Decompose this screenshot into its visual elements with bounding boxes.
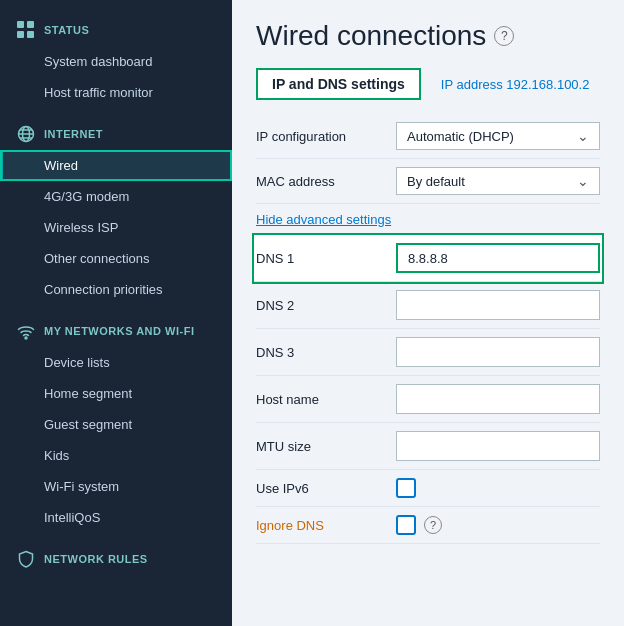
dns1-label: DNS 1 [256,251,396,266]
network-rules-section-label: NETWORK RULES [44,553,148,565]
ignore-dns-row: Ignore DNS ? [256,507,600,544]
sidebar: STATUS System dashboard Host traffic mon… [0,0,232,626]
ignore-dns-checkbox[interactable] [396,515,416,535]
dns3-label: DNS 3 [256,345,396,360]
host-name-row: Host name [256,376,600,423]
svg-rect-0 [17,21,24,28]
dns2-label: DNS 2 [256,298,396,313]
ip-address-display: IP address 192.168.100.2 [441,77,590,92]
dns1-input[interactable] [396,243,600,273]
sidebar-section-network-rules: NETWORK RULES [0,539,232,575]
mtu-size-label: MTU size [256,439,396,454]
sidebar-item-host-traffic-monitor[interactable]: Host traffic monitor [0,77,232,108]
shield-icon [16,549,36,569]
my-networks-section-label: MY NETWORKS AND WI-FI [44,325,194,337]
use-ipv6-label: Use IPv6 [256,481,396,496]
sidebar-item-wifi-system[interactable]: Wi-Fi system [0,471,232,502]
ip-configuration-select[interactable]: Automatic (DHCP) ⌄ [396,122,600,150]
dns2-input[interactable] [396,290,600,320]
ip-configuration-label: IP configuration [256,129,396,144]
mac-address-value: By default [407,174,465,189]
tab-ip-dns-settings[interactable]: IP and DNS settings [256,68,421,100]
sidebar-item-home-segment[interactable]: Home segment [0,378,232,409]
sidebar-item-system-dashboard[interactable]: System dashboard [0,46,232,77]
svg-rect-2 [17,31,24,38]
mac-address-select[interactable]: By default ⌄ [396,167,600,195]
ignore-dns-label: Ignore DNS [256,518,396,533]
ignore-dns-help-icon[interactable]: ? [424,516,442,534]
sidebar-section-internet: INTERNET [0,114,232,150]
mtu-size-row: MTU size [256,423,600,470]
use-ipv6-checkbox[interactable] [396,478,416,498]
sidebar-item-guest-segment[interactable]: Guest segment [0,409,232,440]
sidebar-item-4g3g-modem[interactable]: 4G/3G modem [0,181,232,212]
help-icon-label: ? [501,29,508,43]
page-title: Wired connections [256,20,486,52]
ip-configuration-chevron: ⌄ [577,128,589,144]
internet-section-label: INTERNET [44,128,103,140]
sidebar-item-connection-priorities[interactable]: Connection priorities [0,274,232,305]
mac-address-label: MAC address [256,174,396,189]
sidebar-item-other-connections[interactable]: Other connections [0,243,232,274]
sidebar-item-wireless-isp[interactable]: Wireless ISP [0,212,232,243]
svg-rect-3 [27,31,34,38]
hide-advanced-link[interactable]: Hide advanced settings [256,204,600,235]
svg-point-9 [25,337,27,339]
page-title-row: Wired connections ? [256,20,600,52]
mac-address-chevron: ⌄ [577,173,589,189]
main-content: Wired connections ? IP and DNS settings … [232,0,624,626]
svg-rect-1 [27,21,34,28]
host-name-label: Host name [256,392,396,407]
mac-address-row: MAC address By default ⌄ [256,159,600,204]
tabs-row: IP and DNS settings IP address 192.168.1… [256,68,600,100]
dns3-input[interactable] [396,337,600,367]
globe-icon [16,124,36,144]
page-help-icon[interactable]: ? [494,26,514,46]
sidebar-section-status: STATUS [0,10,232,46]
use-ipv6-row: Use IPv6 [256,470,600,507]
ip-configuration-row: IP configuration Automatic (DHCP) ⌄ [256,114,600,159]
host-name-input[interactable] [396,384,600,414]
wifi-icon [16,321,36,341]
sidebar-item-intelliqos[interactable]: IntelliQoS [0,502,232,533]
status-section-label: STATUS [44,24,89,36]
dns2-row: DNS 2 [256,282,600,329]
grid-icon [16,20,36,40]
dns1-row: DNS 1 [254,235,602,282]
sidebar-item-device-lists[interactable]: Device lists [0,347,232,378]
sidebar-item-kids[interactable]: Kids [0,440,232,471]
sidebar-item-wired[interactable]: Wired [0,150,232,181]
sidebar-section-my-networks: MY NETWORKS AND WI-FI [0,311,232,347]
mtu-size-input[interactable] [396,431,600,461]
dns3-row: DNS 3 [256,329,600,376]
ip-configuration-value: Automatic (DHCP) [407,129,514,144]
